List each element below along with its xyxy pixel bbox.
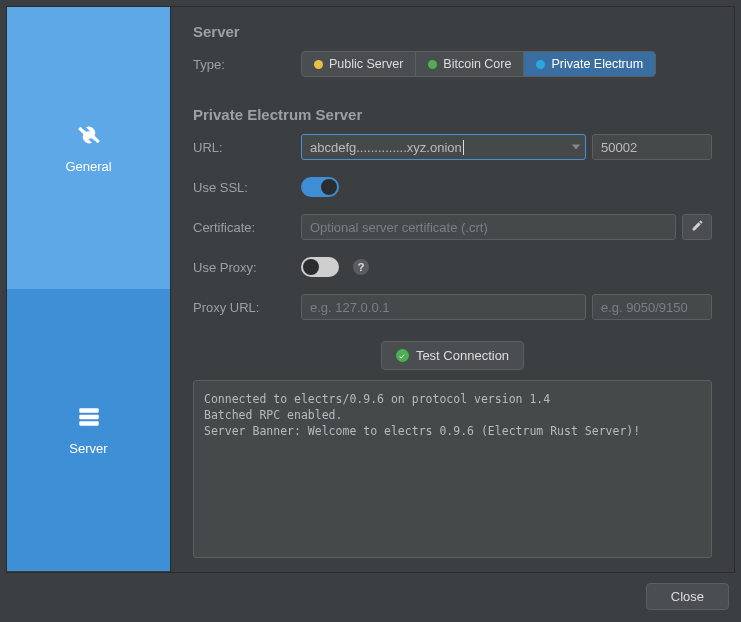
- type-bitcoin-core[interactable]: Bitcoin Core: [416, 52, 524, 76]
- use-proxy-toggle[interactable]: [301, 257, 339, 277]
- url-input[interactable]: abcdefg..............xyz.onion: [301, 134, 586, 160]
- certificate-input[interactable]: [301, 214, 676, 240]
- url-label: URL:: [193, 140, 301, 155]
- content-pane: Server Type: Public Server Bitcoin Core: [171, 7, 734, 572]
- server-type-segmented: Public Server Bitcoin Core Private Elect…: [301, 51, 656, 77]
- proxy-host-input[interactable]: [301, 294, 586, 320]
- svg-rect-0: [79, 408, 99, 412]
- dialog-body: General Server Server Type: Public Serve…: [6, 6, 735, 573]
- ssl-label: Use SSL:: [193, 180, 301, 195]
- proxy-url-label: Proxy URL:: [193, 300, 301, 315]
- segment-label: Bitcoin Core: [443, 57, 511, 71]
- proxy-url-row: Proxy URL:: [193, 293, 712, 321]
- svg-rect-1: [79, 415, 99, 419]
- url-combobox[interactable]: abcdefg..............xyz.onion: [301, 134, 586, 160]
- edit-icon: [691, 219, 704, 235]
- proxy-port-input[interactable]: [592, 294, 712, 320]
- segment-label: Private Electrum: [551, 57, 643, 71]
- dot-icon: [314, 60, 323, 69]
- certificate-label: Certificate:: [193, 220, 301, 235]
- dialog-footer: Close: [0, 573, 741, 622]
- proxy-row: Use Proxy: ?: [193, 253, 712, 281]
- port-input[interactable]: [592, 134, 712, 160]
- type-row: Type: Public Server Bitcoin Core: [193, 50, 712, 78]
- segment-label: Public Server: [329, 57, 403, 71]
- certificate-row: Certificate:: [193, 213, 712, 241]
- private-section-title: Private Electrum Server: [193, 106, 712, 123]
- tools-icon: [76, 122, 102, 151]
- close-label: Close: [671, 589, 704, 604]
- sidebar: General Server: [7, 7, 171, 572]
- text-cursor: [463, 140, 464, 155]
- url-value: abcdefg..............xyz.onion: [310, 140, 462, 155]
- type-label: Type:: [193, 57, 301, 72]
- connection-log[interactable]: Connected to electrs/0.9.6 on protocol v…: [193, 380, 712, 558]
- test-connection-button[interactable]: Test Connection: [381, 341, 524, 370]
- dot-icon: [428, 60, 437, 69]
- svg-rect-2: [79, 421, 99, 425]
- type-public-server[interactable]: Public Server: [302, 52, 416, 76]
- server-icon: [76, 404, 102, 433]
- proxy-label: Use Proxy:: [193, 260, 301, 275]
- type-private-electrum[interactable]: Private Electrum: [524, 52, 655, 76]
- server-section-title: Server: [193, 23, 712, 40]
- close-button[interactable]: Close: [646, 583, 729, 610]
- sidebar-item-server[interactable]: Server: [7, 289, 170, 571]
- url-row: URL: abcdefg..............xyz.onion: [193, 133, 712, 161]
- help-icon[interactable]: ?: [353, 259, 369, 275]
- sidebar-item-general[interactable]: General: [7, 7, 170, 289]
- check-circle-icon: [396, 349, 409, 362]
- settings-dialog: General Server Server Type: Public Serve…: [0, 0, 741, 622]
- ssl-row: Use SSL:: [193, 173, 712, 201]
- dot-icon: [536, 60, 545, 69]
- sidebar-item-label: Server: [69, 441, 107, 456]
- use-ssl-toggle[interactable]: [301, 177, 339, 197]
- edit-certificate-button[interactable]: [682, 214, 712, 240]
- sidebar-item-label: General: [65, 159, 111, 174]
- test-connection-label: Test Connection: [416, 348, 509, 363]
